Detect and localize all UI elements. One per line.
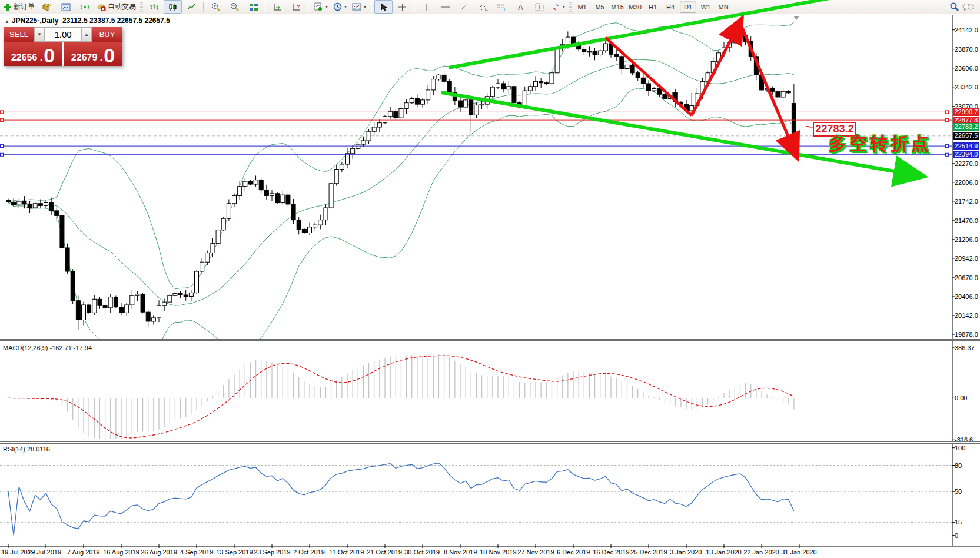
chart-canvas[interactable]: [0, 0, 980, 558]
date-axis-tick: 27 Nov 2019: [517, 549, 554, 556]
price-level-label: 22783.2: [953, 123, 979, 131]
clock-icon: [333, 2, 342, 11]
date-axis-tick: 31 Jan 2020: [781, 549, 817, 556]
new-order-label: 新订单: [14, 2, 35, 12]
date-axis-tick: 18 Nov 2019: [480, 549, 516, 556]
svg-text:T: T: [537, 4, 541, 11]
volume-input[interactable]: 1.00: [45, 27, 81, 42]
text-icon: A: [517, 3, 524, 11]
cursor-button[interactable]: [374, 0, 393, 14]
horizontal-line-button[interactable]: [436, 0, 454, 14]
timeframe-H1[interactable]: H1: [645, 1, 661, 13]
candlestick-chart-button[interactable]: [164, 0, 182, 14]
tile-windows-icon: [249, 3, 258, 11]
date-axis-tick: 16 Aug 2019: [103, 549, 139, 556]
turning-point-note[interactable]: 多空转折点: [829, 132, 932, 156]
fibonacci-button[interactable]: F: [493, 0, 511, 14]
timeframe-MN[interactable]: MN: [715, 1, 732, 13]
vertical-line-button[interactable]: [417, 0, 436, 14]
toolbar-separator: [414, 2, 415, 12]
date-axis-tick: 16 Dec 2019: [593, 549, 629, 556]
zoom-in-button[interactable]: [207, 0, 225, 14]
macd-pane-separator[interactable]: [0, 339, 980, 341]
arrows-button[interactable]: ▾: [549, 0, 567, 14]
date-axis-tick: 29 Jul 2019: [28, 549, 61, 556]
line-chart-icon: [187, 3, 196, 11]
date-axis-tick: 22 Jan 2020: [743, 549, 779, 556]
equidistant-channel-button[interactable]: E: [474, 0, 492, 14]
date-axis-tick: 2 Oct 2019: [293, 549, 325, 556]
timeframe-M5[interactable]: M5: [592, 1, 608, 13]
caret-up-icon: ▲: [84, 32, 89, 37]
tile-windows-button[interactable]: [244, 0, 263, 14]
plus-icon: [4, 3, 12, 11]
rsi-label: RSI(14) 28.0116: [3, 446, 50, 453]
timeframe-M1[interactable]: M1: [574, 1, 590, 13]
timeframe-M15[interactable]: M15: [609, 1, 626, 13]
signal-icon: [80, 3, 89, 11]
line-chart-button[interactable]: [182, 0, 201, 14]
timeframe-H4[interactable]: H4: [662, 1, 679, 13]
volume-decrease-button[interactable]: ▼: [34, 27, 45, 42]
rsi-pane-separator[interactable]: [0, 441, 980, 444]
caret-down-icon: ▼: [37, 32, 42, 37]
toolbar: 新订单 自动交易: [0, 0, 980, 14]
zoom-in-icon: [211, 2, 221, 11]
auto-scroll-button[interactable]: [268, 0, 287, 14]
mt4-window: 新订单 自动交易: [0, 0, 980, 558]
date-axis-tick: 6 Dec 2019: [557, 549, 590, 556]
toolbar-separator: [203, 2, 204, 12]
date-axis-tick: 7 Aug 2019: [67, 549, 100, 556]
svg-text:F: F: [504, 7, 506, 11]
timeframe-toolbar: M1M5M15M30H1H4D1W1MN: [574, 1, 732, 13]
search-icon[interactable]: [950, 2, 959, 11]
arrows-icon: [552, 3, 560, 11]
autotrade-label: 自动交易: [108, 2, 136, 12]
date-axis-tick: 13 Sep 2019: [216, 549, 253, 556]
signals-button[interactable]: [75, 0, 94, 14]
volume-increase-button[interactable]: ▲: [81, 27, 92, 42]
profile-charts-button[interactable]: [57, 0, 75, 14]
chart-shift-button[interactable]: [287, 0, 305, 14]
dropdown-caret: ▾: [563, 4, 565, 9]
dropdown-caret: ▾: [364, 4, 366, 9]
sell-button[interactable]: SELL: [4, 27, 34, 42]
bar-chart-button[interactable]: [145, 0, 163, 14]
collapse-arrow-icon[interactable]: ▲: [5, 19, 9, 24]
market-watch-button[interactable]: [38, 0, 56, 14]
timeframe-M30[interactable]: M30: [627, 1, 643, 13]
date-axis-tick: 21 Oct 2019: [367, 549, 402, 556]
periods-button[interactable]: ▾: [331, 0, 349, 14]
macd-label: MACD(12,26,9) -162.71 -17.94: [3, 344, 92, 351]
timeframe-D1[interactable]: D1: [680, 1, 696, 13]
fibonacci-icon: F: [497, 3, 507, 11]
new-order-button[interactable]: 新订单: [1, 0, 37, 14]
text-label-button[interactable]: T: [530, 0, 549, 14]
trendline-button[interactable]: [455, 0, 473, 14]
date-axis-tick: 30 Oct 2019: [404, 549, 440, 556]
zoom-out-icon: [230, 2, 240, 11]
zoom-out-button[interactable]: [225, 0, 244, 14]
chat-icon[interactable]: [962, 3, 974, 11]
date-axis-tick: 26 Aug 2019: [141, 549, 177, 556]
text-button[interactable]: A: [511, 0, 530, 14]
template-icon: [352, 3, 361, 11]
autotrade-button[interactable]: 自动交易: [94, 0, 138, 14]
price-level-label: 22990.7: [953, 108, 979, 116]
crosshair-button[interactable]: [393, 0, 411, 14]
channel-icon: E: [478, 3, 488, 11]
date-axis-tick: 3 Jan 2020: [670, 549, 702, 556]
sell-price-int: 22656 .: [11, 51, 42, 64]
bar-chart-icon: [150, 3, 158, 11]
templates-button[interactable]: ▾: [350, 0, 368, 14]
sell-price[interactable]: 22656 . 0: [4, 42, 62, 66]
timeframe-W1[interactable]: W1: [697, 1, 714, 13]
trendline-icon: [460, 3, 469, 11]
toolbar-separator: [371, 2, 372, 12]
auto-scroll-icon: [273, 3, 283, 11]
buy-price[interactable]: 22679 . 0: [64, 42, 122, 66]
dropdown-caret: ▾: [344, 4, 347, 9]
text-label-icon: T: [535, 3, 544, 11]
buy-button[interactable]: BUY: [92, 27, 122, 42]
indicators-button[interactable]: ▾: [311, 0, 330, 14]
